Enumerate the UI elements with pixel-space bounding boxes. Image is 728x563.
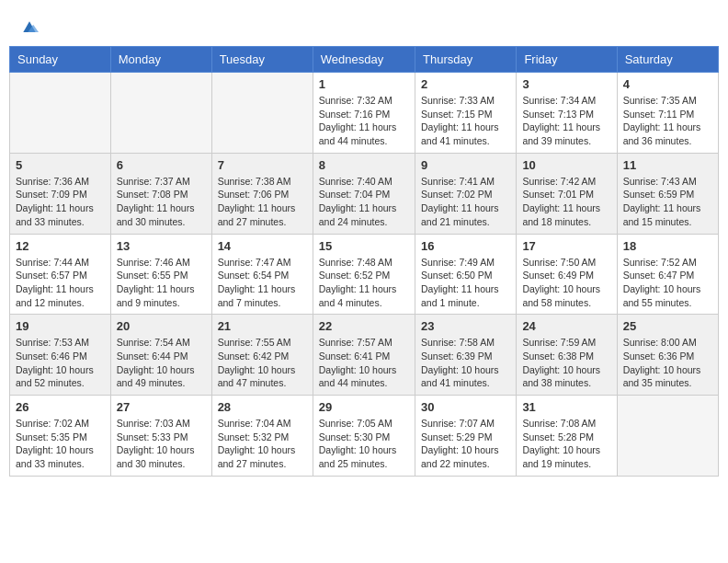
day-number: 25 [623,319,712,333]
calendar-cell: 28Sunrise: 7:04 AMSunset: 5:32 PMDayligh… [211,396,313,477]
day-number: 7 [218,158,307,172]
calendar-cell: 23Sunrise: 7:58 AMSunset: 6:39 PMDayligh… [415,315,516,396]
day-number: 10 [522,158,610,172]
day-info: Sunrise: 7:41 AMSunset: 7:02 PMDaylight:… [421,175,510,229]
calendar-cell: 5Sunrise: 7:36 AMSunset: 7:09 PMDaylight… [10,153,111,234]
day-number: 16 [421,239,510,253]
day-info: Sunrise: 7:02 AMSunset: 5:35 PMDaylight:… [16,417,105,471]
day-number: 29 [319,400,409,414]
day-number: 13 [117,239,206,253]
day-number: 27 [117,400,206,414]
calendar-cell: 20Sunrise: 7:54 AMSunset: 6:44 PMDayligh… [110,315,211,396]
weekday-header-sunday: Sunday [10,47,111,73]
day-number: 26 [16,400,105,414]
calendar-cell: 30Sunrise: 7:07 AMSunset: 5:29 PMDayligh… [415,396,516,477]
calendar-cell: 13Sunrise: 7:46 AMSunset: 6:55 PMDayligh… [110,234,211,315]
calendar-week-row: 5Sunrise: 7:36 AMSunset: 7:09 PMDaylight… [10,153,719,234]
day-info: Sunrise: 7:03 AMSunset: 5:33 PMDaylight:… [117,417,206,471]
weekday-header-thursday: Thursday [415,47,516,73]
calendar-cell: 14Sunrise: 7:47 AMSunset: 6:54 PMDayligh… [211,234,313,315]
calendar-cell: 1Sunrise: 7:32 AMSunset: 7:16 PMDaylight… [313,73,415,154]
day-info: Sunrise: 7:52 AMSunset: 6:47 PMDaylight:… [623,256,712,310]
calendar-table: SundayMondayTuesdayWednesdayThursdayFrid… [9,46,719,477]
calendar-cell [617,396,718,477]
weekday-header-friday: Friday [517,47,617,73]
calendar-cell: 18Sunrise: 7:52 AMSunset: 6:47 PMDayligh… [617,234,718,315]
day-info: Sunrise: 7:37 AMSunset: 7:08 PMDaylight:… [117,175,206,229]
calendar-cell: 16Sunrise: 7:49 AMSunset: 6:50 PMDayligh… [415,234,516,315]
calendar-cell: 6Sunrise: 7:37 AMSunset: 7:08 PMDaylight… [110,153,211,234]
calendar-cell [10,73,111,154]
day-info: Sunrise: 7:36 AMSunset: 7:09 PMDaylight:… [16,175,105,229]
day-number: 8 [319,158,409,172]
day-number: 9 [421,158,510,172]
day-number: 15 [319,239,409,253]
day-info: Sunrise: 7:08 AMSunset: 5:28 PMDaylight:… [522,417,610,471]
calendar-cell: 9Sunrise: 7:41 AMSunset: 7:02 PMDaylight… [415,153,516,234]
day-number: 19 [16,319,105,333]
calendar-week-row: 19Sunrise: 7:53 AMSunset: 6:46 PMDayligh… [10,315,719,396]
day-info: Sunrise: 7:42 AMSunset: 7:01 PMDaylight:… [522,175,610,229]
day-info: Sunrise: 7:47 AMSunset: 6:54 PMDaylight:… [218,256,307,310]
calendar-week-row: 26Sunrise: 7:02 AMSunset: 5:35 PMDayligh… [10,396,719,477]
day-info: Sunrise: 7:34 AMSunset: 7:13 PMDaylight:… [522,94,610,148]
day-info: Sunrise: 7:53 AMSunset: 6:46 PMDaylight:… [16,336,105,390]
calendar-cell [211,73,313,154]
day-number: 11 [623,158,712,172]
day-number: 17 [522,239,610,253]
day-number: 23 [421,319,510,333]
calendar-cell: 2Sunrise: 7:33 AMSunset: 7:15 PMDaylight… [415,73,516,154]
day-number: 21 [218,319,307,333]
page-header [9,9,719,41]
calendar-cell: 17Sunrise: 7:50 AMSunset: 6:49 PMDayligh… [517,234,617,315]
day-number: 3 [522,77,610,91]
day-info: Sunrise: 7:38 AMSunset: 7:06 PMDaylight:… [218,175,307,229]
day-info: Sunrise: 7:48 AMSunset: 6:52 PMDaylight:… [319,256,409,310]
calendar-cell: 10Sunrise: 7:42 AMSunset: 7:01 PMDayligh… [517,153,617,234]
calendar-cell [110,73,211,154]
day-info: Sunrise: 7:35 AMSunset: 7:11 PMDaylight:… [623,94,712,148]
day-number: 14 [218,239,307,253]
calendar-cell: 25Sunrise: 8:00 AMSunset: 6:36 PMDayligh… [617,315,718,396]
calendar-cell: 3Sunrise: 7:34 AMSunset: 7:13 PMDaylight… [517,73,617,154]
day-info: Sunrise: 7:33 AMSunset: 7:15 PMDaylight:… [421,94,510,148]
day-info: Sunrise: 7:55 AMSunset: 6:42 PMDaylight:… [218,336,307,390]
day-number: 5 [16,158,105,172]
day-info: Sunrise: 7:58 AMSunset: 6:39 PMDaylight:… [421,336,510,390]
day-number: 31 [522,400,610,414]
day-info: Sunrise: 7:07 AMSunset: 5:29 PMDaylight:… [421,417,510,471]
calendar-cell: 4Sunrise: 7:35 AMSunset: 7:11 PMDaylight… [617,73,718,154]
calendar-cell: 22Sunrise: 7:57 AMSunset: 6:41 PMDayligh… [313,315,415,396]
day-number: 28 [218,400,307,414]
calendar-cell: 15Sunrise: 7:48 AMSunset: 6:52 PMDayligh… [313,234,415,315]
calendar-cell: 27Sunrise: 7:03 AMSunset: 5:33 PMDayligh… [110,396,211,477]
calendar-cell: 12Sunrise: 7:44 AMSunset: 6:57 PMDayligh… [10,234,111,315]
calendar-cell: 24Sunrise: 7:59 AMSunset: 6:38 PMDayligh… [517,315,617,396]
day-info: Sunrise: 7:49 AMSunset: 6:50 PMDaylight:… [421,256,510,310]
day-number: 30 [421,400,510,414]
day-number: 12 [16,239,105,253]
logo [18,18,39,37]
calendar-cell: 8Sunrise: 7:40 AMSunset: 7:04 PMDaylight… [313,153,415,234]
day-number: 4 [623,77,712,91]
calendar-cell: 26Sunrise: 7:02 AMSunset: 5:35 PMDayligh… [10,396,111,477]
calendar-cell: 7Sunrise: 7:38 AMSunset: 7:06 PMDaylight… [211,153,313,234]
weekday-header-wednesday: Wednesday [313,47,415,73]
day-info: Sunrise: 7:40 AMSunset: 7:04 PMDaylight:… [319,175,409,229]
calendar-cell: 11Sunrise: 7:43 AMSunset: 6:59 PMDayligh… [617,153,718,234]
weekday-header-saturday: Saturday [617,47,718,73]
calendar-week-row: 12Sunrise: 7:44 AMSunset: 6:57 PMDayligh… [10,234,719,315]
day-info: Sunrise: 7:43 AMSunset: 6:59 PMDaylight:… [623,175,712,229]
day-info: Sunrise: 7:04 AMSunset: 5:32 PMDaylight:… [218,417,307,471]
day-info: Sunrise: 7:05 AMSunset: 5:30 PMDaylight:… [319,417,409,471]
calendar-header-row: SundayMondayTuesdayWednesdayThursdayFrid… [10,47,719,73]
day-info: Sunrise: 8:00 AMSunset: 6:36 PMDaylight:… [623,336,712,390]
day-number: 2 [421,77,510,91]
day-info: Sunrise: 7:46 AMSunset: 6:55 PMDaylight:… [117,256,206,310]
weekday-header-monday: Monday [110,47,211,73]
day-info: Sunrise: 7:50 AMSunset: 6:49 PMDaylight:… [522,256,610,310]
calendar-cell: 21Sunrise: 7:55 AMSunset: 6:42 PMDayligh… [211,315,313,396]
day-number: 22 [319,319,409,333]
day-info: Sunrise: 7:57 AMSunset: 6:41 PMDaylight:… [319,336,409,390]
day-number: 1 [319,77,409,91]
